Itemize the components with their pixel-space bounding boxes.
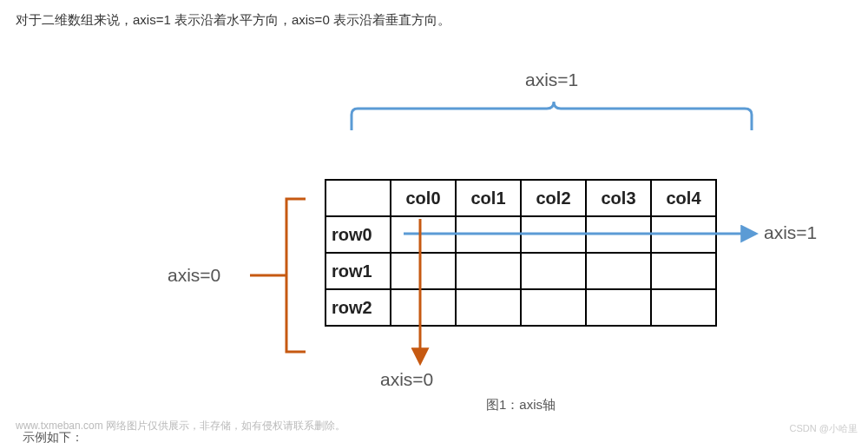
intro-paragraph: 对于二维数组来说，axis=1 表示沿着水平方向，axis=0 表示沿着垂直方向…	[0, 0, 868, 40]
bracket-left	[250, 199, 306, 352]
row-header: row1	[326, 253, 391, 289]
cell	[586, 253, 651, 289]
cell	[651, 216, 716, 253]
col-header: col2	[521, 180, 586, 216]
cell	[521, 289, 586, 326]
label-axis1-right: axis=1	[764, 222, 817, 243]
array-grid: col0 col1 col2 col3 col4 row0 row1 row2	[325, 179, 717, 327]
table-row: row0	[326, 216, 716, 253]
cell	[651, 289, 716, 326]
label-axis0-bottom: axis=0	[380, 369, 433, 390]
figure-caption: 图1：axis轴	[486, 397, 556, 413]
cell	[456, 289, 521, 326]
table-row: row1	[326, 253, 716, 289]
cell	[586, 289, 651, 326]
cell	[391, 216, 456, 253]
cell	[521, 216, 586, 253]
col-header: col4	[651, 180, 716, 216]
table-row: row2	[326, 289, 716, 326]
row-header: row0	[326, 216, 391, 253]
cutoff-text: 示例如下：	[23, 430, 83, 443]
row-header: row2	[326, 289, 391, 326]
cell	[586, 216, 651, 253]
label-axis1-top: axis=1	[525, 69, 578, 90]
arrow-overlay	[0, 0, 868, 443]
brace-top	[352, 102, 752, 130]
cell	[456, 216, 521, 253]
cell	[391, 253, 456, 289]
col-header: col1	[456, 180, 521, 216]
watermark: CSDN @小哈里	[790, 422, 858, 435]
cell	[651, 253, 716, 289]
header-row: col0 col1 col2 col3 col4	[326, 180, 716, 216]
col-header: col0	[391, 180, 456, 216]
cell	[456, 253, 521, 289]
corner-cell	[326, 180, 391, 216]
axis-diagram: axis=1 axis=0 axis=1 axis=0 col0 col1 co…	[0, 0, 868, 443]
label-axis0-left: axis=0	[168, 265, 220, 286]
cell	[391, 289, 456, 326]
col-header: col3	[586, 180, 651, 216]
cell	[521, 253, 586, 289]
